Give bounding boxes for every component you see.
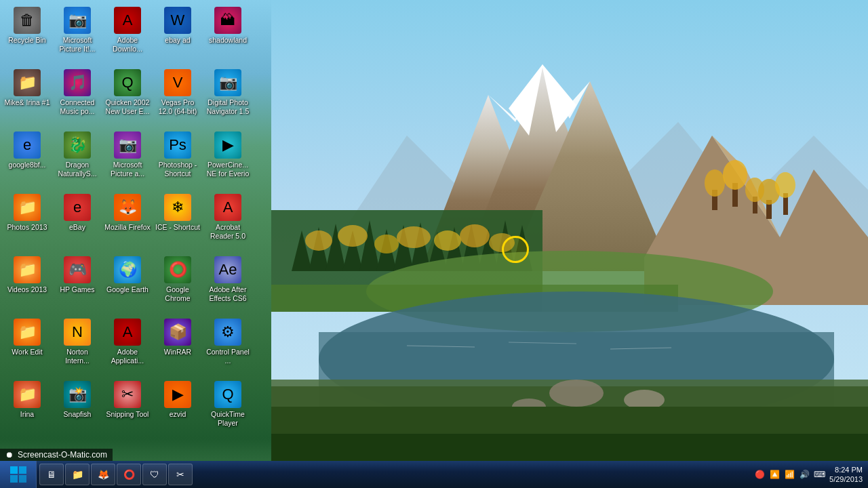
svg-rect-58 xyxy=(19,475,26,483)
icon-image-shadowland: 🏔 xyxy=(214,7,241,34)
icon-image-quicken: Q xyxy=(114,69,141,96)
clock-date: 5/29/2013 xyxy=(829,474,863,484)
icon-image-digital-photo: 📷 xyxy=(214,69,241,96)
desktop-icon-ms-picture-it[interactable]: 📷Microsoft Picture It!... xyxy=(53,4,102,65)
desktop-icon-shadowland[interactable]: 🏔shadowland xyxy=(203,4,252,65)
icon-label-work-edit: Work Edit xyxy=(12,348,42,357)
icon-image-snipping: ✂ xyxy=(114,381,141,408)
tray-network-icon[interactable]: 📶 xyxy=(783,468,795,481)
desktop-icon-recycle-bin[interactable]: 🗑Recycle Bin xyxy=(3,4,52,65)
system-clock[interactable]: 8:24 PM 5/29/2013 xyxy=(829,465,863,485)
desktop-icon-irina[interactable]: 📁Irina xyxy=(3,378,52,439)
icon-label-snapfish: Snapfish xyxy=(64,410,92,419)
icon-label-winrar: WinRAR xyxy=(164,348,191,357)
desktop-icon-connected-music[interactable]: 🎵Connected Music po... xyxy=(53,66,102,127)
tb-security-icon: 🛡 xyxy=(149,468,161,481)
desktop-icon-winrar[interactable]: 📦WinRAR xyxy=(153,316,202,377)
icon-label-google-earth: Google Earth xyxy=(106,285,149,294)
tray-volume-icon[interactable]: 🔊 xyxy=(798,468,810,481)
desktop-icon-adobe-ae[interactable]: AeAdobe After Effects CS6 xyxy=(203,253,252,314)
desktop-icon-google-earth[interactable]: 🌍Google Earth xyxy=(103,253,152,314)
icon-image-powercine: ▶ xyxy=(214,131,241,159)
desktop-icon-photos2013[interactable]: 📁Photos 2013 xyxy=(3,191,52,252)
icon-image-firefox: 🦊 xyxy=(114,194,141,221)
tb-hp-btn[interactable]: 🖥 xyxy=(39,464,64,485)
tb-firefox-btn[interactable]: 🦊 xyxy=(91,464,115,485)
taskbar: 🖥 📁 🦊 ⭕ 🛡 ✂ 🔴 🔼 📶 🔊 ⌨ 8:24 PM 5/29/2013 xyxy=(0,461,868,488)
icon-label-ezvid: ezvid xyxy=(170,410,186,419)
icon-label-ms-picture-it: Microsoft Picture It!... xyxy=(54,36,100,53)
icon-label-shadowland: shadowland xyxy=(209,36,247,45)
icon-image-adobe-app: A xyxy=(114,319,141,346)
desktop-icon-google-chrome[interactable]: ⭕Google Chrome xyxy=(153,253,202,314)
icon-image-photos2013: 📁 xyxy=(14,194,41,221)
desktop-icon-quicktime[interactable]: QQuickTime Player xyxy=(203,378,252,439)
icon-label-acrobat: Acrobat Reader 5.0 xyxy=(205,223,251,240)
icon-label-videos2013: Videos 2013 xyxy=(7,285,47,294)
desktop-icon-dragon[interactable]: 🐉Dragon NaturallyS... xyxy=(53,129,102,190)
desktop-icon-control-panel[interactable]: ⚙Control Panel ... xyxy=(203,316,252,377)
system-tray: 🔴 🔼 📶 🔊 ⌨ xyxy=(753,468,825,481)
desktop-icon-powercine[interactable]: ▶PowerCine... NE for Everio xyxy=(203,129,252,190)
icon-label-control-panel: Control Panel ... xyxy=(205,348,251,365)
screencast-text: Screencast-O-Matic.com xyxy=(18,450,107,460)
icon-label-ebay2: eBay xyxy=(69,223,85,232)
icon-label-adobe-ae: Adobe After Effects CS6 xyxy=(205,285,251,302)
icon-image-recycle-bin: 🗑 xyxy=(14,7,41,34)
tb-firefox-icon: 🦊 xyxy=(97,468,109,481)
icon-image-videos2013: 📁 xyxy=(14,256,41,283)
tray-keyboard-icon[interactable]: ⌨ xyxy=(813,468,825,481)
desktop-icon-videos2013[interactable]: 📁Videos 2013 xyxy=(3,253,52,314)
icon-image-ms-picture-it: 📷 xyxy=(64,7,91,34)
tray-security-icon[interactable]: 🔴 xyxy=(753,468,766,481)
desktop-icon-work-edit[interactable]: 📁Work Edit xyxy=(3,316,52,377)
desktop-icon-adobe-app[interactable]: AAdobe Applicati... xyxy=(103,316,152,377)
tray-arrow-icon[interactable]: 🔼 xyxy=(768,468,781,481)
desktop-icon-ms-pic2[interactable]: 📷Microsoft Picture a... xyxy=(103,129,152,190)
icon-image-winrar: 📦 xyxy=(164,319,191,346)
icon-image-snapfish: 📸 xyxy=(64,381,91,408)
icon-label-norton: Norton Intern... xyxy=(54,348,100,365)
icon-label-digital-photo: Digital Photo Navigator 1.5 xyxy=(205,98,251,115)
desktop-icon-quicken[interactable]: QQuicken 2002 New User E... xyxy=(103,66,152,127)
icon-image-hp-games: 🎮 xyxy=(64,256,91,283)
start-button[interactable] xyxy=(0,461,37,488)
desktop-icon-hp-games[interactable]: 🎮HP Games xyxy=(53,253,102,314)
icon-image-irina: 📁 xyxy=(14,381,41,408)
icon-label-irina: Irina xyxy=(20,410,34,419)
desktop-icon-acrobat[interactable]: AAcrobat Reader 5.0 xyxy=(203,191,252,252)
icon-image-google-chrome: ⭕ xyxy=(164,256,191,283)
icon-image-ezvid: ▶ xyxy=(164,381,191,408)
desktop-icon-snipping[interactable]: ✂Snipping Tool xyxy=(103,378,152,439)
screencast-watermark: ⏺ Screencast-O-Matic.com xyxy=(0,449,113,461)
icon-image-connected-music: 🎵 xyxy=(64,69,91,96)
tb-chrome-btn[interactable]: ⭕ xyxy=(117,464,141,485)
desktop-icon-google8[interactable]: egoogle8bf... xyxy=(3,129,52,190)
desktop-icon-mike-irina[interactable]: 📁Mike& Irina #1 xyxy=(3,66,52,127)
desktop-icon-digital-photo[interactable]: 📷Digital Photo Navigator 1.5 xyxy=(203,66,252,127)
icon-image-adobe-ae: Ae xyxy=(214,256,241,283)
desktop-icon-ezvid[interactable]: ▶ezvid xyxy=(153,378,202,439)
desktop-icon-ice[interactable]: ❄ICE - Shortcut xyxy=(153,191,202,252)
icon-label-vegas-pro: Vegas Pro 12.0 (64-bit) xyxy=(155,98,201,115)
tb-snip-btn[interactable]: ✂ xyxy=(168,464,193,485)
desktop-icon-firefox[interactable]: 🦊Mozilla Firefox xyxy=(103,191,152,252)
desktop-icon-norton[interactable]: NNorton Intern... xyxy=(53,316,102,377)
tb-chrome-icon: ⭕ xyxy=(123,468,135,481)
icon-label-powercine: PowerCine... NE for Everio xyxy=(205,161,251,178)
icon-label-quicken: Quicken 2002 New User E... xyxy=(104,98,151,115)
desktop-icon-grid: 🗑Recycle Bin📷Microsoft Picture It!...AAd… xyxy=(0,0,258,468)
tb-folder-icon: 📁 xyxy=(71,468,83,481)
desktop-icon-ebay2[interactable]: eeBay xyxy=(53,191,102,252)
desktop-icon-adobe-downlo[interactable]: AAdobe Downlo... xyxy=(103,4,152,65)
icon-label-mike-irina: Mike& Irina #1 xyxy=(4,98,50,107)
icon-label-word-doc: ebay ad xyxy=(165,36,190,45)
tb-folder-btn[interactable]: 📁 xyxy=(65,464,90,485)
desktop-icon-snapfish[interactable]: 📸Snapfish xyxy=(53,378,102,439)
icon-label-photos2013: Photos 2013 xyxy=(7,223,47,232)
desktop-icon-word-doc[interactable]: Webay ad xyxy=(153,4,202,65)
icon-label-google8: google8bf... xyxy=(9,161,46,169)
desktop-icon-vegas-pro[interactable]: VVegas Pro 12.0 (64-bit) xyxy=(153,66,202,127)
desktop-icon-photoshop[interactable]: PsPhotoshop - Shortcut xyxy=(153,129,202,190)
tb-security-btn[interactable]: 🛡 xyxy=(142,464,167,485)
